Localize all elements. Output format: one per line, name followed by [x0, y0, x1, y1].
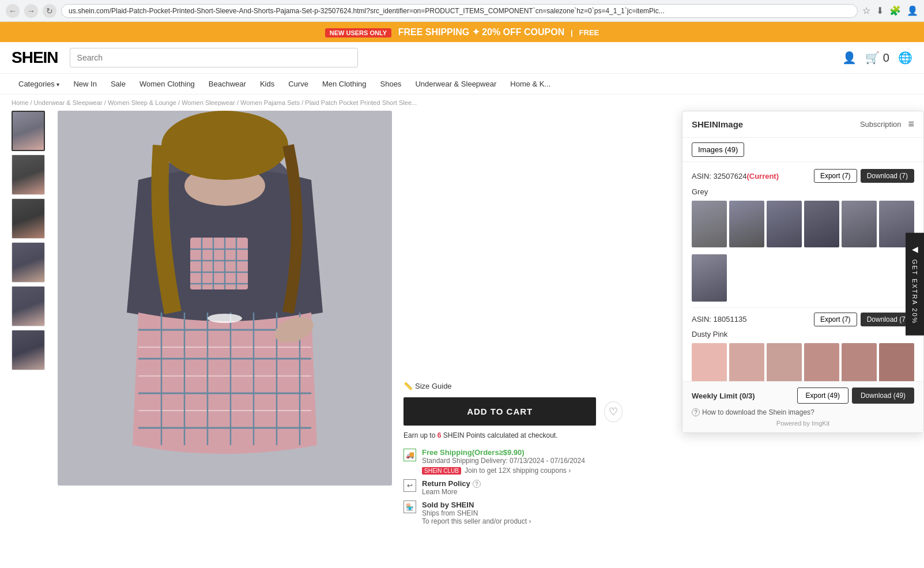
- breadcrumb-underwear[interactable]: Underwear & Sleepwear: [34, 99, 103, 106]
- size-guide-link[interactable]: 📏 Size Guide: [403, 382, 623, 390]
- export-grey-button[interactable]: Export (7): [814, 169, 857, 183]
- grey-img-5[interactable]: [842, 201, 877, 247]
- pink-img-6[interactable]: [879, 343, 914, 381]
- star-icon[interactable]: ☆: [862, 5, 870, 16]
- thumbnail-1[interactable]: [12, 111, 45, 151]
- pink-img-2[interactable]: [729, 343, 764, 381]
- nav-home[interactable]: Home & K...: [503, 74, 557, 94]
- back-button[interactable]: ←: [6, 4, 20, 18]
- profile-icon[interactable]: 👤: [907, 5, 918, 16]
- grey-img-7[interactable]: [692, 254, 727, 301]
- how-to-link[interactable]: ? How to download the Shein images?: [692, 408, 914, 416]
- grey-img-2[interactable]: [729, 201, 764, 247]
- banner-right-text: FREE: [579, 28, 599, 37]
- download-icon[interactable]: ⬇: [876, 5, 884, 16]
- globe-icon[interactable]: 🌐: [898, 51, 912, 65]
- asin-group-grey: ASIN: 32507624(Current) Export (7) Downl…: [692, 169, 914, 302]
- grey-image-grid: [692, 201, 914, 247]
- breadcrumb-sleepwear[interactable]: Women Sleepwear: [182, 99, 235, 106]
- learn-more-link[interactable]: Learn More: [422, 488, 481, 496]
- browser-chrome: ← → ↻ us.shein.com/Plaid-Patch-Pocket-Pr…: [0, 0, 924, 22]
- shipping-date: Standard Shipping Delivery: 07/13/2024 -…: [422, 457, 585, 465]
- site-header: SHEIN 👤 🛒 0 🌐: [0, 42, 924, 74]
- asin-label-pink: ASIN: 18051135: [692, 315, 746, 324]
- overlay-title: SHEINImage: [692, 119, 743, 129]
- club-badge: SHEIN CLUB: [422, 467, 461, 475]
- main-product-image: [58, 111, 392, 486]
- club-link[interactable]: Join to get 12X shipping coupons ›: [465, 467, 571, 475]
- asin-row-pink: ASIN: 18051135 Export (7) Download (7): [692, 313, 914, 326]
- color-label-pink: Dusty Pink: [692, 330, 914, 338]
- banner-text: FREE SHIPPING ✦ 20% OFF COUPON: [398, 27, 565, 37]
- grey-img-3[interactable]: [767, 201, 802, 247]
- sheinimage-overlay: SHEINImage Subscription ≡ Images (49) AS…: [682, 111, 924, 433]
- product-thumbnails: [12, 111, 46, 537]
- thumbnail-2[interactable]: [12, 155, 45, 195]
- nav-kids[interactable]: Kids: [253, 74, 281, 94]
- current-badge: (Current): [746, 172, 779, 180]
- side-drawer-label: GET EXTRA 20%: [911, 259, 918, 324]
- images-tab[interactable]: Images (49): [692, 142, 744, 157]
- pink-img-5[interactable]: [842, 343, 877, 381]
- pink-img-1[interactable]: [692, 343, 727, 381]
- free-shipping-label: Free Shipping(Orders≥$9.90): [422, 448, 585, 457]
- pink-img-4[interactable]: [804, 343, 839, 381]
- nav-beachwear[interactable]: Beachwear: [202, 74, 253, 94]
- nav-shoes[interactable]: Shoes: [374, 74, 409, 94]
- breadcrumb-sleep-lounge[interactable]: Women Sleep & Lounge: [108, 99, 176, 106]
- download-grey-button[interactable]: Download (7): [861, 169, 914, 183]
- hamburger-menu-icon[interactable]: ≡: [908, 118, 914, 130]
- download-all-button[interactable]: Download (49): [852, 388, 914, 404]
- nav-curve[interactable]: Curve: [281, 74, 315, 94]
- breadcrumb-pajama-sets[interactable]: Women Pajama Sets: [240, 99, 300, 106]
- address-bar[interactable]: us.shein.com/Plaid-Patch-Pocket-Printed-…: [61, 4, 858, 18]
- pink-img-3[interactable]: [767, 343, 802, 381]
- user-icon[interactable]: 👤: [842, 51, 857, 65]
- site-logo[interactable]: SHEIN: [12, 48, 58, 67]
- side-drawer-button[interactable]: ◀ GET EXTRA 20%: [906, 232, 924, 336]
- nav-sale[interactable]: Sale: [104, 74, 133, 94]
- nav-women-clothing[interactable]: Women Clothing: [133, 74, 202, 94]
- nav-men-clothing[interactable]: Men Clothing: [315, 74, 374, 94]
- report-seller-link[interactable]: To report this seller and/or product ›: [422, 517, 531, 525]
- extensions-icon[interactable]: 🧩: [889, 5, 901, 16]
- cart-icon[interactable]: 🛒 0: [865, 51, 889, 65]
- grey-img-4[interactable]: [804, 201, 839, 247]
- group-divider: [692, 307, 914, 308]
- export-pink-button[interactable]: Export (7): [814, 313, 857, 326]
- new-badge: NEW USERS ONLY: [325, 28, 391, 37]
- nav-underwear[interactable]: Underwear & Sleepwear: [408, 74, 503, 94]
- thumbnail-5[interactable]: [12, 286, 45, 326]
- wishlist-button[interactable]: ♡: [604, 401, 623, 422]
- grey-img-1[interactable]: [692, 201, 727, 247]
- asin-actions-grey: Export (7) Download (7): [814, 169, 914, 183]
- forward-button[interactable]: →: [24, 4, 38, 18]
- shipping-truck-icon: 🚚: [403, 449, 416, 461]
- subscription-label[interactable]: Subscription: [860, 120, 902, 129]
- product-panel: 📏 Size Guide ADD TO CART ♡ Earn up to 6 …: [403, 111, 623, 537]
- add-to-cart-button[interactable]: ADD TO CART: [403, 397, 596, 426]
- overlay-header: SHEINImage Subscription ≡: [682, 111, 923, 138]
- overlay-footer: Weekly Limit (0/3) Export (49) Download …: [682, 381, 923, 432]
- export-all-button[interactable]: Export (49): [797, 388, 848, 404]
- asin-actions-pink: Export (7) Download (7): [814, 313, 914, 326]
- asin-row-grey: ASIN: 32507624(Current) Export (7) Downl…: [692, 169, 914, 183]
- ships-from-text: Ships from SHEIN: [422, 509, 531, 517]
- thumbnail-6[interactable]: [12, 330, 45, 370]
- breadcrumb: Home / Underwear & Sleepwear / Women Sle…: [0, 95, 924, 111]
- thumbnail-4[interactable]: [12, 242, 45, 283]
- browser-icons: ☆ ⬇ 🧩 👤: [862, 5, 918, 16]
- breadcrumb-home[interactable]: Home: [12, 99, 28, 106]
- overlay-header-right: Subscription ≡: [860, 118, 914, 130]
- svg-point-28: [161, 111, 288, 180]
- thumbnail-3[interactable]: [12, 198, 45, 239]
- svg-rect-3: [190, 238, 248, 289]
- points-text: Earn up to 6 SHEIN Points calculated at …: [403, 431, 623, 439]
- refresh-button[interactable]: ↻: [43, 4, 56, 18]
- dusty-pink-image-grid: [692, 343, 914, 381]
- search-input[interactable]: [70, 48, 358, 67]
- overlay-body[interactable]: ASIN: 32507624(Current) Export (7) Downl…: [682, 162, 923, 381]
- nav-categories[interactable]: Categories ▾: [12, 74, 66, 94]
- nav-new-in[interactable]: New In: [66, 74, 103, 94]
- overlay-tabs: Images (49): [682, 138, 923, 162]
